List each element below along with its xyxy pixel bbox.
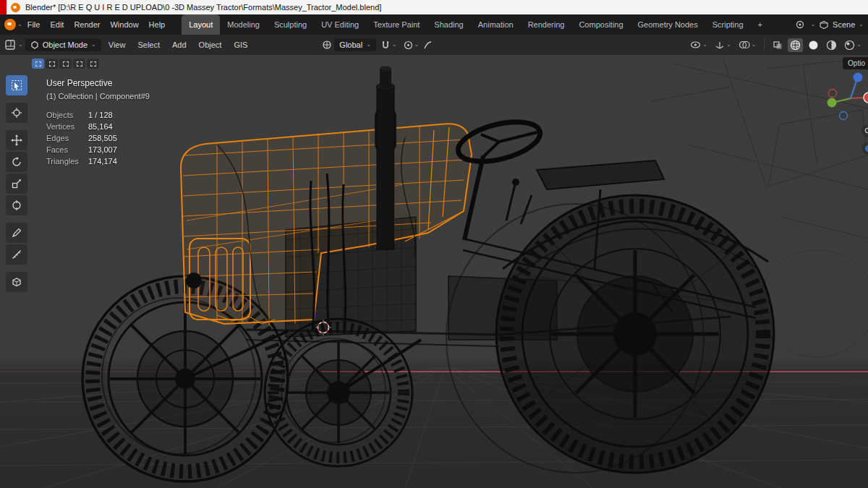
wireframe-sphere-icon [790,40,801,51]
chevron-down-icon: ⌄ [856,42,861,48]
chevron-down-icon: ⌄ [18,42,23,48]
shading-material-button[interactable] [824,38,839,52]
tab-modeling[interactable]: Modeling [220,14,267,35]
tool-select-box[interactable] [6,75,27,95]
chevron-down-icon: ⌄ [392,42,397,48]
gizmo-z-neg-axis[interactable] [840,112,848,120]
object-mode-icon [30,40,39,49]
mode-selector[interactable]: Object Mode ⌄ [25,38,101,51]
orientation-label: Global [339,40,362,49]
stat-edges: Edges 258,505 [46,134,150,142]
tab-scripting[interactable]: Scripting [705,14,751,35]
gizmo-z-axis[interactable] [854,73,863,82]
chevron-down-icon: ⌄ [810,22,815,27]
tool-transform[interactable] [6,195,27,215]
select-mode-intersect[interactable] [87,59,99,69]
select-mode-subtract[interactable] [59,59,72,69]
editor-type-icon[interactable] [4,39,16,51]
snap-toggle[interactable]: ⌄ [378,38,399,51]
object-visibility-dropdown[interactable]: ⌄ [688,39,710,51]
tab-rendering[interactable]: Rendering [521,14,572,35]
viewport-menu-object[interactable]: Object [194,38,227,51]
tab-compositing[interactable]: Compositing [571,14,630,35]
viewport-3d[interactable]: User Perspective (1) Collection | Compon… [0,55,868,488]
shading-wireframe-button[interactable] [788,38,803,52]
measure-icon [11,249,22,260]
gizmos-dropdown[interactable]: ⌄ [712,39,733,51]
chevron-down-icon: ⌄ [752,42,757,48]
proportional-falloff-icon[interactable] [423,40,433,50]
blender-menu-icon[interactable] [4,19,16,30]
tool-rotate[interactable] [6,152,27,172]
shading-rendered-button[interactable]: ⌄ [842,38,864,52]
gizmo-x-axis[interactable] [864,93,868,103]
add-workspace-button[interactable]: + [751,14,770,35]
tab-shading[interactable]: Shading [427,14,470,35]
toolbar [6,75,27,292]
select-mode-new[interactable] [32,59,44,69]
tab-geometry-nodes[interactable]: Geometry Nodes [631,14,705,35]
select-mode-invert[interactable] [73,59,85,69]
select-mode-row [32,59,99,69]
navigation-gizmo[interactable] [823,71,868,126]
overlays-dropdown[interactable]: ⌄ [736,39,759,51]
magnet-icon [380,40,391,50]
tab-texture-paint[interactable]: Texture Paint [366,14,427,35]
select-mode-extend[interactable] [46,59,58,69]
xray-toggle[interactable] [770,39,785,51]
workspace-tabs: Layout Modeling Sculpting UV Editing Tex… [182,14,770,35]
tool-move[interactable] [6,130,27,150]
camera-icon [864,145,868,153]
extensions-icon[interactable] [795,20,807,30]
zoom-button[interactable] [861,124,868,137]
menu-help[interactable]: Help [144,18,171,31]
annotate-pencil-icon [11,227,22,239]
shading-solid-button[interactable] [806,38,821,52]
tool-measure[interactable] [6,244,27,265]
stat-objects: Objects 1 / 128 [46,111,150,119]
chevron-down-icon: ⌄ [702,42,707,48]
gizmo-x-neg-axis[interactable] [829,90,837,98]
camera-view-button[interactable] [861,142,868,155]
gizmo-icon [715,40,725,50]
viewport-header: ⌄ Object Mode ⌄ View Select Add Object G… [0,35,868,55]
chevron-down-icon: ⌄ [91,42,96,48]
window-titlebar: Blender* [D:\R E Q U I R E D UPLOAD\0 -3… [0,0,868,14]
tab-sculpting[interactable]: Sculpting [267,14,314,35]
tab-layout[interactable]: Layout [182,14,220,35]
active-object-label: (1) Collection | Component#9 [46,92,150,100]
tab-animation[interactable]: Animation [471,14,521,35]
gizmo-y-axis[interactable] [827,98,837,108]
chevron-down-icon: ⌄ [17,22,22,27]
menu-file[interactable]: File [22,18,46,31]
select-box-icon [11,80,22,91]
proportional-editing-toggle[interactable]: ⌄ [401,39,422,51]
viewport-menu-add[interactable]: Add [167,38,192,51]
sidebar-options-tab[interactable]: Optio [843,57,868,69]
solid-sphere-icon [808,40,819,51]
recording-stripe [0,0,7,14]
tool-add-primitive[interactable] [6,272,27,292]
menu-edit[interactable]: Edit [45,18,69,31]
orientation-selector[interactable]: Global ⌄ [334,38,376,51]
menu-window[interactable]: Window [105,18,143,31]
tool-annotate[interactable] [6,223,27,243]
viewport-menu-select[interactable]: Select [132,38,165,51]
chevron-down-icon: ⌄ [414,42,420,48]
transform-icon [11,200,22,211]
chevron-down-icon: ⌄ [366,42,371,48]
scene-selector[interactable]: Scene [833,20,855,29]
tool-scale[interactable] [6,174,27,194]
topbar: ⌄ File Edit Render Window Help Layout Mo… [0,14,868,35]
proportional-circle-icon [404,40,413,50]
tab-uv-editing[interactable]: UV Editing [314,14,366,35]
chevron-down-icon: ⌄ [859,22,864,27]
viewport-side-buttons [861,124,868,155]
viewport-menu-gis[interactable]: GIS [229,38,252,51]
viewport-menu-view[interactable]: View [103,38,131,51]
eye-icon [690,40,701,49]
add-cube-icon [11,276,22,288]
menu-render[interactable]: Render [69,18,105,31]
cursor-tool-icon [11,107,22,119]
tool-cursor[interactable] [6,103,27,123]
